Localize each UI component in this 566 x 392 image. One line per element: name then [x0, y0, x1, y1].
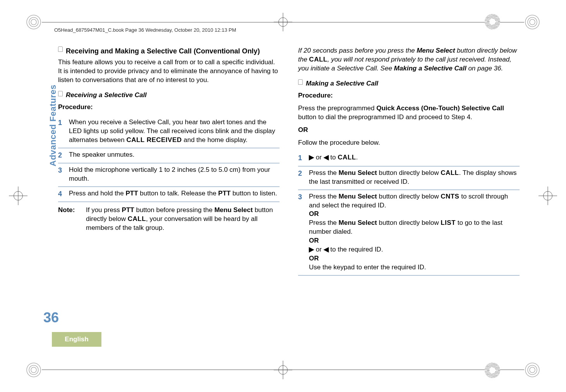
step-number: 1 [298, 153, 304, 163]
procedure-steps: 1 ▶ or ◀ to CALL. 2 Press the Menu Selec… [298, 151, 520, 276]
or-label: OR [309, 210, 319, 217]
page-number: 36 [43, 310, 59, 326]
register-mark-icon [274, 13, 292, 31]
step-item: 2 Press the Menu Select button directly … [298, 166, 520, 190]
crop-mark-icon [26, 14, 42, 30]
step-item: 1 ▶ or ◀ to CALL. [298, 151, 520, 166]
step-text: Press the Menu Select button directly be… [309, 192, 520, 272]
step-text: When you receive a Selective Call, you h… [69, 118, 280, 145]
page-icon [58, 46, 63, 52]
step-item: 3 Hold the microphone vertically 1 to 2 … [58, 163, 280, 187]
left-arrow-icon: ◀ [324, 246, 329, 253]
procedure-label: Procedure: [298, 91, 520, 100]
page-icon [298, 79, 303, 85]
note-label: Note: [58, 206, 78, 233]
register-mark-icon [539, 187, 557, 205]
or-label: OR [309, 255, 319, 262]
subsection-heading: Receiving a Selective Call [58, 91, 280, 100]
note-text: If you press PTT button before pressing … [86, 206, 280, 233]
crop-mark-icon [524, 362, 540, 378]
step-number: 3 [58, 166, 64, 183]
or-label: OR [298, 126, 520, 135]
left-column: Receiving and Making a Selective Call (C… [58, 46, 280, 346]
subsection-title: Making a Selective Call [306, 79, 520, 88]
step-text: ▶ or ◀ to CALL. [309, 153, 520, 163]
crop-mark-icon [524, 14, 540, 30]
step-item: 2 The speaker unmutes. [58, 148, 280, 163]
note-block: Note: If you press PTT button before pre… [58, 206, 280, 233]
step-item: 4 Press and hold the PTT button to talk.… [58, 187, 280, 202]
follow-text: Follow the procedure below. [298, 139, 520, 147]
page-body: Receiving and Making a Selective Call (C… [58, 46, 520, 346]
step-number: 2 [58, 151, 64, 160]
step-number: 4 [58, 189, 64, 199]
subsection-title: Receiving a Selective Call [66, 91, 280, 100]
register-mark-icon [9, 187, 27, 205]
sidebar-chapter-label: Advanced Features [48, 85, 58, 166]
step-item: 3 Press the Menu Select button directly … [298, 190, 520, 276]
procedure-steps: 1 When you receive a Selective Call, you… [58, 116, 280, 202]
step-item: 1 When you receive a Selective Call, you… [58, 116, 280, 148]
step-text: The speaker unmutes. [69, 151, 280, 160]
procedure-label: Procedure: [58, 103, 280, 112]
right-column: If 20 seconds pass before you press the … [298, 46, 520, 346]
page-icon [58, 91, 63, 96]
section-title: Receiving and Making a Selective Call (C… [66, 46, 280, 56]
step-text: Press and hold the PTT button to talk. R… [69, 189, 280, 199]
left-arrow-icon: ◀ [324, 154, 329, 161]
step-number: 3 [298, 192, 304, 272]
sunburst-icon [485, 363, 500, 378]
procedure-intro: Press the preprogrammed Quick Access (On… [298, 104, 520, 122]
right-arrow-icon: ▶ [309, 154, 314, 161]
step-number: 2 [298, 169, 304, 187]
step-number: 1 [58, 118, 64, 145]
intro-note: If 20 seconds pass before you press the … [298, 46, 520, 73]
sunburst-icon [485, 14, 500, 29]
right-arrow-icon: ▶ [309, 246, 314, 253]
step-text: Press the Menu Select button directly be… [309, 169, 520, 187]
intro-paragraph: This feature allows you to receive a cal… [58, 58, 280, 85]
subsection-heading: Making a Selective Call [298, 79, 520, 88]
or-label: OR [309, 237, 319, 244]
register-mark-icon [274, 361, 292, 379]
crop-mark-icon [26, 362, 42, 378]
step-text: Hold the microphone vertically 1 to 2 in… [69, 166, 280, 183]
running-header: O5Head_6875947M01_C.book Page 36 Wednesd… [54, 27, 236, 33]
section-heading: Receiving and Making a Selective Call (C… [58, 46, 280, 56]
